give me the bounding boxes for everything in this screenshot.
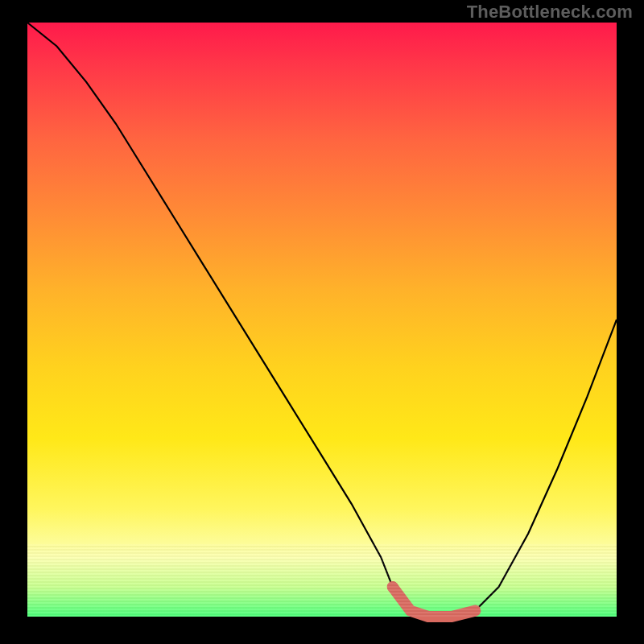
bottleneck-curve xyxy=(27,23,617,617)
chart-frame: TheBottleneck.com xyxy=(0,0,644,644)
plot-area xyxy=(27,23,617,617)
optimal-start-dot xyxy=(387,581,398,592)
optimal-range-highlight xyxy=(393,587,476,617)
curve-svg xyxy=(27,23,617,617)
watermark-text: TheBottleneck.com xyxy=(467,2,633,23)
